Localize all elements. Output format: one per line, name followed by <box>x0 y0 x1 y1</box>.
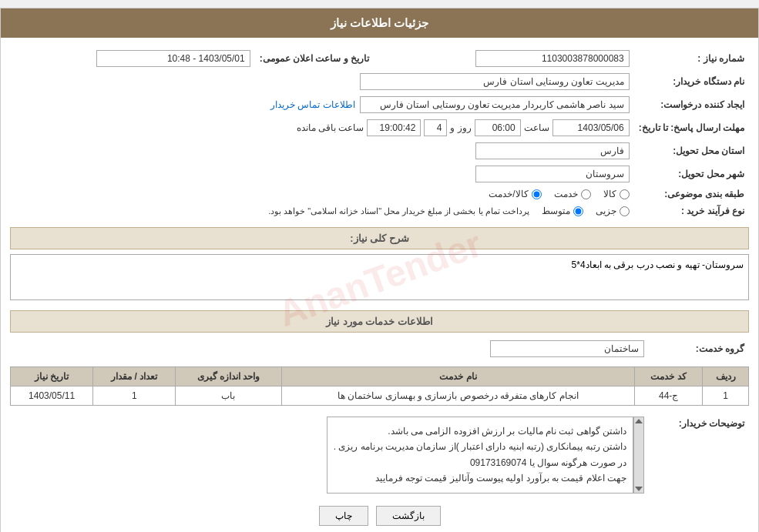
col-unit: واحد اندازه گیری <box>176 367 281 386</box>
cell-quantity: 1 <box>93 386 176 406</box>
purchase-jozvi-text: جزیی <box>596 206 616 216</box>
col-service-code: کد خدمت <box>635 367 703 386</box>
col-date: تاریخ نیاز <box>11 367 93 386</box>
creator-value: سید ناصر هاشمی کاربردار مدیریت تعاون روس… <box>360 96 630 113</box>
category-kala-text: کالا <box>603 189 616 199</box>
category-label: طبقه بندی موضوعی: <box>634 186 749 202</box>
city-value: سروستان <box>475 166 630 182</box>
deadline-remaining: 19:00:42 <box>367 119 421 136</box>
content-area: شماره نیاز : 1103003878000083 تاریخ و سا… <box>1 38 758 532</box>
buyer-desc-label: توضیحات خریدار: <box>649 413 749 497</box>
page-title-text: جزئیات اطلاعات نیاز <box>331 16 428 29</box>
scroll-up-icon[interactable] <box>635 419 643 423</box>
services-label: اطلاعات خدمات مورد نیاز <box>326 316 433 327</box>
service-group-label: گروه خدمت: <box>649 337 749 360</box>
province-value: فارس <box>475 142 630 159</box>
purchase-jozvi-radio[interactable] <box>620 206 630 216</box>
need-description-header: شرح کلی نیاز: <box>10 227 749 249</box>
buyer-desc-line: در صورت هرگونه سوال یا 09173169074 <box>334 455 626 470</box>
province-label: استان محل تحویل: <box>634 139 749 162</box>
category-khadamat-label[interactable]: خدمت <box>554 189 591 199</box>
buyer-desc-table: توضیحات خریدار: داشتن گواهی ثبت نام مالی… <box>10 413 749 497</box>
scrollbar[interactable] <box>633 417 644 494</box>
deadline-label: مهلت ارسال پاسخ: تا تاریخ: <box>634 116 749 139</box>
print-button[interactable]: چاپ <box>319 506 368 526</box>
category-khadamat-radio[interactable] <box>581 189 591 199</box>
main-container: جزئیات اطلاعات نیاز شماره نیاز : 1103003… <box>0 8 759 532</box>
creator-label: ایجاد کننده درخواست: <box>634 93 749 116</box>
services-header: اطلاعات خدمات مورد نیاز <box>10 310 749 333</box>
buyer-name-value: مدیریت تعاون روستایی استان فارس <box>360 73 630 90</box>
back-button[interactable]: بازگشت <box>376 506 441 526</box>
need-description-label: شرح کلی نیاز: <box>350 233 409 244</box>
buttons-row: بازگشت چاپ <box>10 506 749 526</box>
buyer-desc-line: داشتن گواهی ثبت نام مالیات بر ارزش افزود… <box>334 423 626 439</box>
purchase-jozvi-label[interactable]: جزیی <box>596 206 630 216</box>
purchase-motovaset-radio[interactable] <box>573 206 583 216</box>
deadline-time: 06:00 <box>475 119 521 136</box>
buyer-desc-wrapper: داشتن گواهی ثبت نام مالیات بر ارزش افزود… <box>15 417 644 494</box>
buyer-desc-line: جهت اعلام قیمت به برآورد اولیه پیوست وآن… <box>334 470 626 486</box>
deadline-days: 4 <box>424 119 447 136</box>
public-announce-value: 1403/05/01 - 10:48 <box>96 50 250 67</box>
category-kala-khadamat-label[interactable]: کالا/خدمت <box>489 189 541 199</box>
cell-service_code: ج-44 <box>635 386 703 406</box>
purchase-motovaset-text: متوسط <box>542 206 570 216</box>
cell-service_name: انجام کارهای متفرقه درخصوص بازسازی و بهس… <box>281 386 635 406</box>
table-row: 1ج-44انجام کارهای متفرقه درخصوص بازسازی … <box>11 386 749 406</box>
scroll-down-icon[interactable] <box>635 487 643 491</box>
city-label: شهر محل تحویل: <box>634 162 749 186</box>
deadline-remaining-label: ساعت باقی مانده <box>297 122 364 133</box>
purchase-note: پرداخت تمام یا بخشی از مبلغ خریدار محل "… <box>268 206 529 216</box>
need-description-textarea[interactable] <box>10 254 749 300</box>
purchase-type-label: نوع فرآیند خرید : <box>634 202 749 219</box>
deadline-date: 1403/05/06 <box>552 119 630 136</box>
contact-link[interactable]: اطلاعات تماس خریدار <box>270 99 355 110</box>
category-kala-khadamat-radio[interactable] <box>532 189 542 199</box>
purchase-motovaset-label[interactable]: متوسط <box>542 206 583 216</box>
cell-unit: باب <box>176 386 281 406</box>
buyer-desc-content: داشتن گواهی ثبت نام مالیات بر ارزش افزود… <box>327 417 633 494</box>
public-announce-label: تاریخ و ساعت اعلان عمومی: <box>255 47 374 70</box>
deadline-day-label: روز و <box>450 122 471 133</box>
deadline-time-label: ساعت <box>524 122 549 133</box>
services-table: ردیف کد خدمت نام خدمت واحد اندازه گیری ت… <box>10 366 749 406</box>
service-group-table: گروه خدمت: ساختمان <box>10 337 749 360</box>
category-khadamat-text: خدمت <box>554 189 578 199</box>
cell-row_num: 1 <box>703 386 749 406</box>
page-title: جزئیات اطلاعات نیاز <box>1 8 758 38</box>
service-group-value: ساختمان <box>490 340 644 357</box>
col-row-num: ردیف <box>703 367 749 386</box>
buyer-desc-line: داشتن رتبه پیمانکاری (رتبه ابنیه دارای ا… <box>334 439 626 454</box>
category-kala-khadamat-text: کالا/خدمت <box>489 189 528 199</box>
cell-date: 1403/05/11 <box>11 386 93 406</box>
category-kala-label[interactable]: کالا <box>603 189 630 199</box>
need-description-section: شرح کلی نیاز: AnanTender <box>10 227 749 303</box>
category-kala-radio[interactable] <box>620 189 630 199</box>
basic-info-table: شماره نیاز : 1103003878000083 تاریخ و سا… <box>10 47 749 219</box>
buyer-name-label: نام دستگاه خریدار: <box>634 70 749 93</box>
col-quantity: تعداد / مقدار <box>93 367 176 386</box>
need-number-value: 1103003878000083 <box>475 50 630 67</box>
need-number-label: شماره نیاز : <box>634 47 749 70</box>
col-service-name: نام خدمت <box>281 367 635 386</box>
